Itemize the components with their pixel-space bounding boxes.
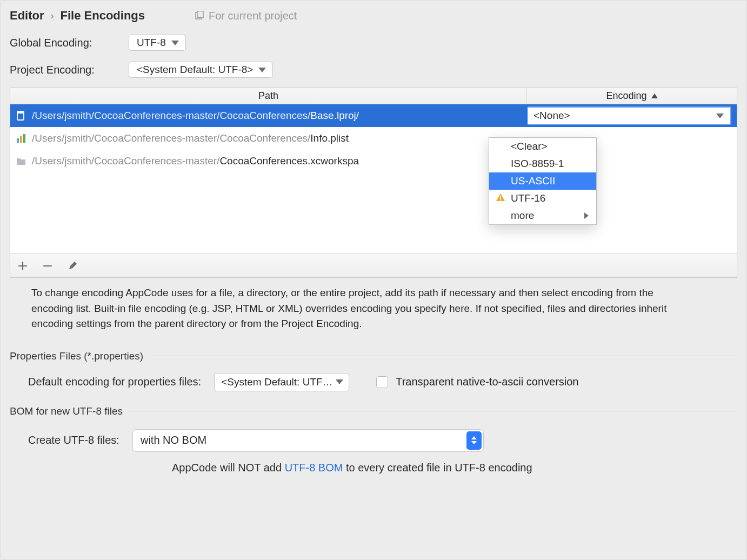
svg-rect-8 [500,199,501,201]
column-path[interactable]: Path [10,88,527,104]
table-header: Path Encoding [10,88,737,104]
transparent-conversion-checkbox[interactable]: Transparent native-to-ascii conversion [376,376,578,388]
properties-encoding-label: Default encoding for properties files: [28,376,201,388]
chevron-right-icon: › [51,10,54,22]
breadcrumb: Editor › File Encodings For current proj… [1,1,746,26]
sort-asc-icon [651,94,658,98]
encoding-option[interactable]: UTF-16 [489,190,596,207]
column-encoding[interactable]: Encoding [527,88,737,104]
encoding-cell[interactable]: <None> [527,106,737,125]
global-encoding-combo[interactable]: UTF-8 [129,35,186,51]
encoding-table: Path Encoding /Users/jsmith/CocoaConfere… [10,88,737,278]
remove-button[interactable] [43,261,52,271]
encoding-option[interactable]: more [489,207,596,224]
scope-hint-text: For current project [209,10,297,22]
chevron-down-icon [336,379,343,384]
table-toolbar [10,254,737,277]
encoding-option[interactable]: US-ASCII [489,172,596,190]
path-cell: /Users/jsmith/CocoaConferences-master/Co… [32,155,527,167]
scope-hint: For current project [195,10,297,22]
select-stepper-icon [466,431,482,450]
plist-icon [10,133,32,144]
table-row[interactable]: /Users/jsmith/CocoaConferences-master/Co… [10,104,737,127]
global-encoding-value: UTF-8 [137,37,166,49]
encoding-option[interactable]: <Clear> [489,138,596,155]
utf8-bom-link[interactable]: UTF-8 BOM [285,462,343,474]
project-encoding-label: Project Encoding: [10,64,118,76]
svg-rect-1 [197,11,203,18]
edit-button[interactable] [68,261,77,271]
encoding-option[interactable]: ISO-8859-1 [489,155,596,172]
storyboard-icon [10,110,32,121]
global-encoding-label: Global Encoding: [10,37,118,49]
encoding-dropdown[interactable]: <None> [527,106,731,125]
breadcrumb-file-encodings[interactable]: File Encodings [61,9,145,23]
path-cell: /Users/jsmith/CocoaConferences-master/Co… [32,110,527,122]
svg-rect-6 [23,134,25,143]
chevron-down-icon [258,68,266,72]
svg-rect-3 [17,111,24,114]
chevron-down-icon [716,114,724,118]
add-button[interactable] [18,261,28,271]
properties-group-legend: Properties Files (*.properties) [10,350,737,362]
create-utf8-label: Create UTF-8 files: [28,434,119,446]
chevron-down-icon [171,41,179,45]
help-text: To change encoding AppCode uses for a fi… [1,278,682,336]
bom-note: AppCode will NOT add UTF-8 BOM to every … [10,452,737,474]
table-row[interactable]: /Users/jsmith/CocoaConferences-master/Co… [10,150,737,172]
project-scope-icon [195,11,204,21]
table-row[interactable]: /Users/jsmith/CocoaConferences-master/Co… [10,127,737,150]
project-encoding-value: <System Default: UTF-8> [137,64,253,76]
checkbox-box [376,376,388,388]
warning-icon [496,192,505,205]
bom-group-legend: BOM for new UTF-8 files [10,405,737,417]
create-utf8-select[interactable]: with NO BOM [132,429,484,452]
svg-rect-7 [500,196,501,199]
path-cell: /Users/jsmith/CocoaConferences-master/Co… [32,132,527,144]
encoding-popup[interactable]: <Clear>ISO-8859-1US-ASCIIUTF-16more [489,137,597,225]
project-encoding-combo[interactable]: <System Default: UTF-8> [129,62,273,78]
breadcrumb-editor[interactable]: Editor [10,9,44,23]
svg-rect-5 [20,136,22,143]
properties-encoding-combo[interactable]: <System Default: UTF… [214,373,349,391]
svg-rect-4 [17,138,19,143]
folder-icon [10,156,32,166]
